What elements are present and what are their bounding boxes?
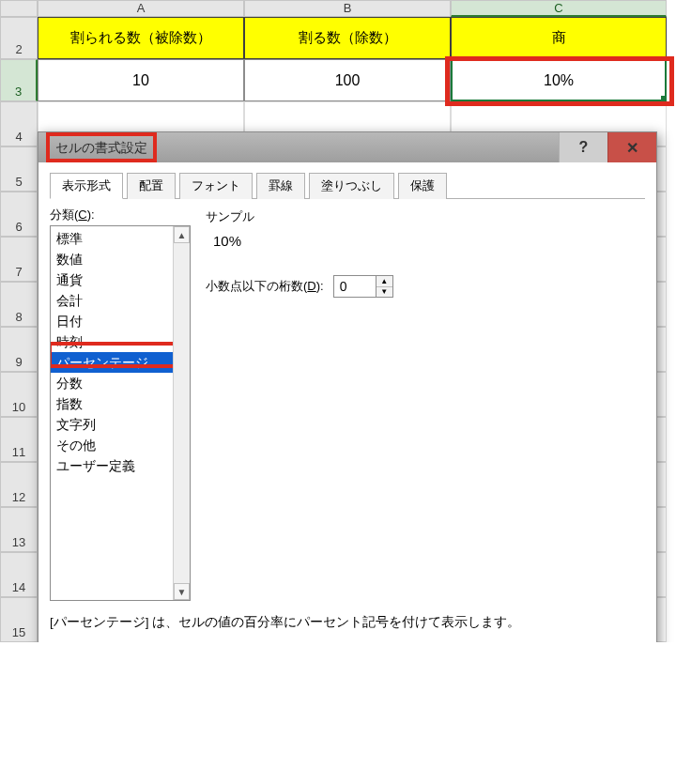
cell-C2[interactable]: 商 [451,17,667,59]
category-item-date[interactable]: 日付 [51,311,173,331]
row-header-13[interactable]: 13 [0,507,38,552]
row-header-2[interactable]: 2 [0,17,38,59]
sample-value: 10% [206,229,645,262]
dialog-titlebar[interactable]: セルの書式設定 ? ✕ [38,132,656,162]
row-header-10[interactable]: 10 [0,372,38,417]
decimals-spinner[interactable]: ▲ ▼ [333,275,393,298]
category-item-time[interactable]: 時刻 [51,331,173,352]
dialog-close-button[interactable]: ✕ [607,132,656,162]
tab-protection[interactable]: 保護 [398,173,447,199]
tab-font[interactable]: フォント [179,173,253,199]
format-cells-dialog: セルの書式設定 ? ✕ 表示形式 配置 フォント 罫線 塗りつぶし 保護 分類(… [38,131,657,642]
format-description: [パーセンテージ] は、セルの値の百分率にパーセント記号を付けて表示します。 [50,614,645,631]
row-header-12[interactable]: 12 [0,462,38,507]
sample-label: サンプル [206,208,645,225]
category-item-number[interactable]: 数値 [51,249,173,269]
decimals-input[interactable] [334,276,376,297]
decimals-label: 小数点以下の桁数(D): [206,278,324,295]
category-item-percentage[interactable]: パーセンテージ [51,352,173,373]
tab-border[interactable]: 罫線 [256,173,305,199]
row-header-6[interactable]: 6 [0,192,38,237]
dialog-tabs: 表示形式 配置 フォント 罫線 塗りつぶし 保護 [50,172,645,199]
row-header-14[interactable]: 14 [0,552,38,597]
category-item-accounting[interactable]: 会計 [51,290,173,311]
row-header-11[interactable]: 11 [0,417,38,462]
cell-A3[interactable]: 10 [38,59,244,101]
scroll-up-icon[interactable]: ▲ [174,226,190,243]
category-item-custom[interactable]: ユーザー定義 [51,455,173,476]
cell-B3[interactable]: 100 [244,59,451,101]
dialog-title-wrap: セルの書式設定 [38,132,164,162]
spinner-down-icon[interactable]: ▼ [376,287,392,298]
dialog-title: セルの書式設定 [46,132,157,162]
row-header-3[interactable]: 3 [0,59,38,101]
row-header-15[interactable]: 15 [0,597,38,642]
category-item-currency[interactable]: 通貨 [51,269,173,290]
spreadsheet-grid: A B C 2 割られる数（被除数） 割る数（除数） 商 3 10 100 10… [0,0,676,101]
cell-C3[interactable]: 10% [451,59,667,101]
col-header-B[interactable]: B [244,0,451,17]
row-header-4[interactable]: 4 [0,101,38,146]
category-item-standard[interactable]: 標準 [51,228,173,249]
tab-alignment[interactable]: 配置 [127,173,176,199]
grid-corner[interactable] [0,0,38,17]
category-scrollbar[interactable]: ▲ ▼ [173,226,190,600]
row-header-5[interactable]: 5 [0,146,38,192]
category-item-fraction[interactable]: 分数 [51,373,173,393]
category-label: 分類(C): [50,207,191,223]
row-header-7[interactable]: 7 [0,237,38,282]
spinner-up-icon[interactable]: ▲ [376,276,392,287]
col-header-A[interactable]: A [38,0,244,17]
row-header-8[interactable]: 8 [0,282,38,327]
cell-A2[interactable]: 割られる数（被除数） [38,17,244,59]
row-header-9[interactable]: 9 [0,327,38,372]
category-item-special[interactable]: その他 [51,435,173,455]
tab-fill[interactable]: 塗りつぶし [309,173,394,199]
category-listbox[interactable]: 標準 数値 通貨 会計 日付 時刻 パーセンテージ 分数 指数 文字列 その他 … [50,225,191,601]
col-header-C[interactable]: C [451,0,667,17]
dialog-help-button[interactable]: ? [559,132,607,162]
category-item-text[interactable]: 文字列 [51,414,173,435]
scroll-down-icon[interactable]: ▼ [174,583,190,600]
tab-number-format[interactable]: 表示形式 [50,173,123,199]
cell-B2[interactable]: 割る数（除数） [244,17,451,59]
category-item-scientific[interactable]: 指数 [51,393,173,414]
